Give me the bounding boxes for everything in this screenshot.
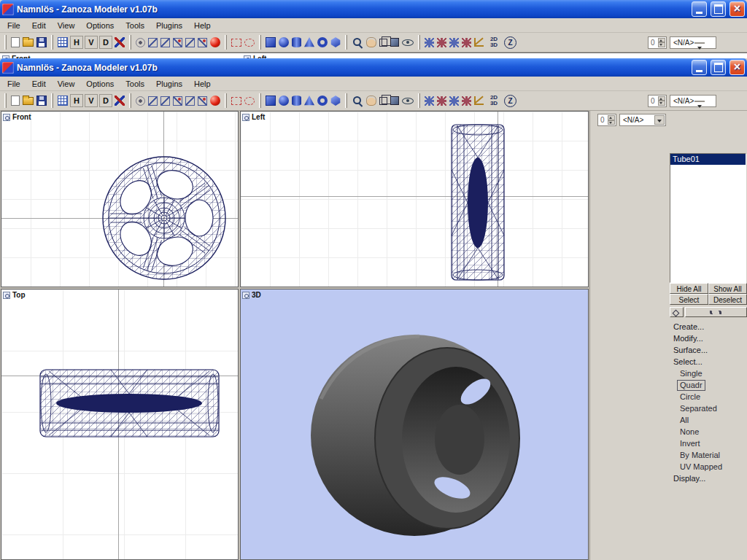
deselect-button[interactable]: Deselect: [708, 294, 747, 305]
cone-primitive-icon[interactable]: [304, 37, 314, 47]
break-vertices-icon[interactable]: [437, 38, 446, 47]
material-dropdown[interactable]: <N/A>: [670, 95, 716, 107]
viewport-maximize-icon[interactable]: [2, 55, 9, 59]
visibility-icon[interactable]: [402, 39, 414, 46]
toolbar-grip[interactable]: [259, 93, 261, 108]
menu-help[interactable]: Help: [188, 20, 217, 31]
viewport-maximize-icon[interactable]: [244, 55, 251, 59]
cylinder-primitive-icon[interactable]: [292, 96, 301, 106]
pivot-icon[interactable]: [136, 38, 145, 47]
d-toggle-button[interactable]: D: [99, 94, 112, 107]
select-mode-uv-mapped[interactable]: UV Mapped: [672, 461, 722, 472]
grid-settings-icon[interactable]: [58, 96, 68, 106]
menu-item-display[interactable]: Display...: [672, 472, 722, 484]
select-rectangle-icon[interactable]: [231, 97, 241, 105]
dropdown-arrow-icon[interactable]: [694, 101, 705, 102]
shaded-view-icon[interactable]: [390, 96, 399, 105]
app-icon[interactable]: [2, 62, 14, 74]
hide-all-button[interactable]: Hide All: [670, 283, 708, 294]
toolbar-grip[interactable]: [129, 93, 131, 108]
detach-icon[interactable]: [462, 96, 471, 106]
viewport-top[interactable]: Top: [1, 289, 239, 560]
viewport-maximize-icon[interactable]: [3, 114, 10, 121]
viewport-left[interactable]: Left: [240, 111, 589, 287]
dropdown-arrow-icon[interactable]: [694, 42, 705, 44]
maximize-button[interactable]: [711, 60, 726, 75]
dropdown-arrow-icon[interactable]: [654, 115, 665, 125]
box-primitive-icon[interactable]: [266, 96, 276, 106]
h-toggle-button[interactable]: H: [70, 36, 83, 49]
list-item[interactable]: Tube01: [670, 154, 746, 165]
spinner-arrows-icon[interactable]: [658, 96, 665, 106]
angle-tool-icon[interactable]: [474, 38, 484, 47]
wave-toggle-icon[interactable]: [685, 307, 747, 317]
v-toggle-button[interactable]: V: [85, 94, 98, 107]
sphere-primitive-icon[interactable]: [279, 37, 289, 47]
snap-icon[interactable]: [449, 38, 459, 47]
axes-icon[interactable]: [115, 37, 125, 47]
viewport-maximize-icon[interactable]: [242, 292, 249, 299]
geosphere-primitive-icon[interactable]: [330, 37, 341, 47]
objects-listbox[interactable]: Tube01: [670, 153, 746, 283]
select-mode-circle[interactable]: Circle: [672, 391, 722, 402]
spinner-arrows-icon[interactable]: [608, 115, 615, 125]
open-file-icon[interactable]: [23, 97, 34, 105]
select-mode-none[interactable]: None: [672, 426, 722, 438]
mode-2d3d-toggle[interactable]: 2D 3D: [486, 93, 502, 109]
select-mode-single[interactable]: Single: [672, 368, 722, 379]
extrude-tool-icon[interactable]: [198, 38, 207, 47]
panel-spinner[interactable]: 0: [597, 114, 616, 126]
minimize-button[interactable]: [692, 1, 707, 17]
pan-icon[interactable]: [366, 96, 376, 106]
select-mode-by-material[interactable]: By Material: [672, 449, 722, 461]
toolbar-grip[interactable]: [418, 35, 420, 50]
break-vertices-icon[interactable]: [437, 96, 446, 106]
h-toggle-button[interactable]: H: [70, 94, 83, 107]
wireframe-view-icon[interactable]: [379, 39, 387, 47]
maximize-button[interactable]: [711, 1, 726, 17]
torus-primitive-icon[interactable]: [317, 96, 328, 106]
close-button[interactable]: [729, 60, 745, 75]
panel-material-dropdown[interactable]: <N/A>: [619, 114, 666, 126]
pivot-icon[interactable]: [136, 96, 145, 106]
rotate-tool-icon[interactable]: [160, 96, 170, 106]
toolbar-spinner[interactable]: 0: [648, 36, 667, 49]
box-primitive-icon[interactable]: [266, 37, 276, 47]
menu-help[interactable]: Help: [188, 78, 217, 90]
select-mode-quadr[interactable]: Quadr: [672, 379, 722, 391]
viewport-maximize-icon[interactable]: [242, 114, 249, 121]
mode-2d3d-toggle[interactable]: 2D 3D: [486, 34, 502, 50]
menu-item-select[interactable]: Select...: [672, 356, 722, 368]
move-tool-icon[interactable]: [173, 38, 182, 47]
zoom-icon[interactable]: [352, 95, 363, 106]
snap-icon[interactable]: [449, 96, 459, 106]
sphere-primitive-icon[interactable]: [279, 96, 289, 106]
z-axis-toggle[interactable]: Z: [504, 95, 516, 107]
toolbar-grip[interactable]: [225, 35, 227, 50]
open-file-icon[interactable]: [23, 39, 34, 47]
menu-item-modify[interactable]: Modify...: [672, 332, 722, 344]
save-file-icon[interactable]: [36, 96, 47, 106]
scale-tool-icon[interactable]: [185, 96, 195, 106]
select-circle-icon[interactable]: [244, 39, 255, 47]
diamond-toggle-icon[interactable]: [670, 307, 684, 317]
close-button[interactable]: [729, 1, 745, 17]
d-toggle-button[interactable]: D: [99, 36, 112, 49]
mirror-tool-icon[interactable]: [148, 38, 158, 47]
move-tool-icon[interactable]: [173, 96, 182, 106]
menu-tools[interactable]: Tools: [120, 20, 150, 31]
material-dropdown[interactable]: <N/A>: [670, 36, 716, 49]
viewport-maximize-icon[interactable]: [3, 292, 10, 299]
viewport-front[interactable]: Front: [1, 111, 239, 287]
menu-tools[interactable]: Tools: [120, 78, 150, 90]
new-file-icon[interactable]: [11, 37, 20, 47]
toolbar-grip[interactable]: [4, 93, 7, 108]
extrude-tool-icon[interactable]: [198, 96, 207, 106]
menu-view[interactable]: View: [52, 20, 81, 31]
angle-tool-icon[interactable]: [474, 96, 484, 105]
toolbar-grip[interactable]: [418, 93, 420, 108]
app-icon[interactable]: [2, 4, 14, 15]
toolbar-grip[interactable]: [129, 35, 131, 50]
zoom-icon[interactable]: [352, 36, 363, 48]
menu-options[interactable]: Options: [80, 78, 120, 90]
